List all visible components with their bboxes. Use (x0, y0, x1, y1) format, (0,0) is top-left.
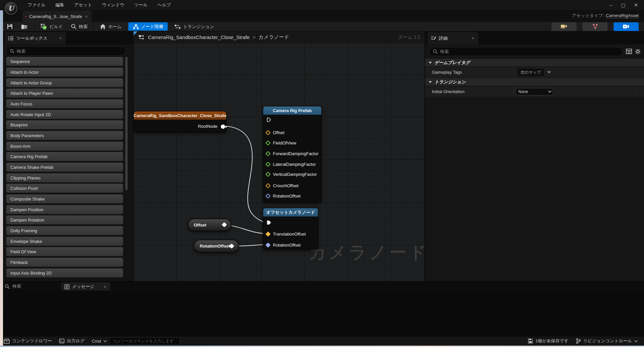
toolbox-tab-close-icon[interactable]: × (59, 36, 63, 41)
menu-file[interactable]: ファイル (23, 1, 50, 9)
exec-pin[interactable] (267, 117, 271, 122)
messages-tab[interactable]: メッセージ × (61, 282, 110, 291)
tool-item[interactable]: Clipping Planes (6, 173, 123, 183)
menu-window[interactable]: ウィンドウ (98, 1, 129, 9)
tool-item[interactable]: Blueprint (6, 120, 123, 129)
pill-label: RotationOffset (194, 244, 230, 249)
desktop-edge-bottom (0, 346, 644, 347)
node-offset-value[interactable]: Offset (188, 219, 231, 231)
pin-row[interactable]: LateralDampingFactor (266, 160, 316, 168)
breadcrumb-current[interactable]: カメラノード (259, 34, 289, 40)
pin-row[interactable]: VerticalDampingFactor (266, 170, 317, 178)
asset-tab[interactable]: CameraRig_S...lose_Strafe × (22, 11, 91, 22)
bottom-tabwell: 検索 メッセージ × (0, 281, 644, 291)
unsaved-indicator[interactable]: 1個が未保存です (524, 338, 572, 344)
tool-item[interactable]: Dolly Framing (6, 226, 123, 235)
transition-button[interactable]: トランジション (170, 22, 218, 31)
pin-row[interactable]: ForwardDampingFactor (266, 149, 319, 157)
home-button[interactable]: ホーム (96, 22, 126, 31)
toolbox-search-input[interactable] (17, 49, 122, 54)
node-offset-camera[interactable]: オフセットカメラノード TranslationOffset RotationOf… (263, 208, 318, 250)
desktop-edge-left (0, 10, 3, 346)
pin-row[interactable]: CrouchOffset (266, 182, 298, 190)
cmd-dropdown[interactable]: Cmd (88, 339, 109, 344)
maximize-button[interactable]: ▢ (621, 2, 625, 8)
gear-icon[interactable] (635, 49, 641, 54)
menu-tools[interactable]: ツール (130, 1, 152, 9)
pin-row[interactable]: FieldOfView (266, 139, 296, 147)
node-camera-rig-root[interactable]: CameraRig_SandboxCharacter_Close_Strafe … (134, 111, 226, 132)
console-command-input[interactable] (113, 339, 177, 343)
content-drawer-button[interactable]: コンテンツドロワー (0, 338, 55, 344)
pin-row[interactable]: RotationOffset (266, 192, 301, 200)
details-tab[interactable]: 詳細 × (428, 32, 478, 44)
details-tab-close-icon[interactable]: × (471, 36, 475, 41)
toolbox-tab[interactable]: ツールボックス × (5, 32, 66, 44)
asset-tab-close-icon[interactable]: × (84, 14, 88, 19)
revision-control-button[interactable]: リビジョンコントロール (572, 338, 644, 344)
node-camera-rig-prefab[interactable]: Camera Rig Prefab Offset FieldOfView For… (263, 106, 322, 203)
node-graph-panel[interactable]: CameraRig_SandboxCharacter_Close_Strafe … (134, 31, 424, 281)
chevron-down-icon (634, 339, 638, 342)
tool-item[interactable]: Dampen Position (6, 205, 123, 214)
console-command-field[interactable] (110, 338, 180, 344)
tool-item[interactable]: Field Of View (6, 247, 123, 256)
tool-item[interactable]: Filmback (6, 258, 123, 267)
output-log-button[interactable]: 出力ログ (55, 338, 88, 344)
wire-rootnode-to-offset-camera (227, 126, 265, 222)
messages-tab-close-icon[interactable]: × (103, 284, 107, 289)
tool-item[interactable]: Input Axis Binding 2D (6, 268, 123, 278)
node-rotationoffset-value[interactable]: RotationOffset (194, 240, 239, 253)
close-window-button[interactable]: ✕ (634, 2, 638, 8)
tool-item[interactable]: Dampen Rotation (6, 215, 123, 225)
output-pin[interactable] (222, 222, 227, 228)
details-search-input[interactable] (440, 49, 619, 54)
menu-edit[interactable]: 編集 (51, 1, 68, 9)
details-search[interactable] (429, 47, 623, 56)
tool-item[interactable]: Sequence (6, 57, 123, 66)
tool-item[interactable]: Auto Focus (6, 99, 123, 108)
asset-type-value[interactable]: CameraRigAsset (606, 13, 639, 18)
run-camera-button[interactable] (614, 22, 639, 31)
tool-item[interactable]: Envelope Shake (6, 237, 123, 246)
tool-item[interactable]: Collision Push (6, 184, 123, 193)
toolbox-search[interactable] (6, 46, 126, 56)
tool-item[interactable]: Camera Rig Prefab (6, 152, 123, 161)
rootnode-output-pin[interactable] (221, 124, 227, 129)
tool-item[interactable]: Camera Shake Prefab (6, 162, 123, 172)
details-tab-label: 詳細 (439, 35, 448, 41)
browse-to-asset-button[interactable] (17, 22, 32, 31)
chevron-down-icon[interactable] (547, 70, 551, 73)
node-hierarchy-button[interactable]: ノード階層 (128, 22, 168, 31)
camera-preview-button[interactable] (551, 22, 577, 31)
graph-breadcrumb: CameraRig_SandboxCharacter_Close_Strafe … (134, 31, 424, 43)
gameplay-tags-value[interactable]: 空のマップ (518, 69, 544, 76)
tool-item[interactable]: Composite Shake (6, 194, 123, 204)
tool-item[interactable]: Body Parameters (6, 131, 123, 140)
pin-row[interactable]: Offset (266, 128, 284, 136)
rootnode-pin-label: RootNode (198, 124, 217, 129)
section-gameplay-tags[interactable]: ゲームプレイタグ (425, 59, 644, 67)
pin-row[interactable]: TranslationOffset (266, 230, 306, 238)
tool-item[interactable]: Attach to Actor Group (6, 78, 123, 87)
tool-item[interactable]: Attach to Actor (6, 67, 123, 77)
exec-pin-connected[interactable] (267, 220, 271, 225)
display-filter-icon[interactable] (626, 49, 632, 54)
rig-tree-button[interactable] (583, 22, 608, 31)
build-button[interactable]: ビルド (36, 22, 67, 31)
bottom-search[interactable]: 検索 (5, 283, 21, 289)
tool-item[interactable]: Boom Arm (6, 141, 123, 151)
toolbox-scrollbar[interactable] (125, 57, 128, 190)
collapse-arrow-icon (429, 62, 432, 64)
tool-item[interactable]: Auto Rotate Input 2D (6, 110, 123, 119)
menu-asset[interactable]: アセット (70, 1, 96, 9)
menu-help[interactable]: ヘルプ (153, 1, 175, 9)
pill-label: Offset (188, 223, 206, 228)
search-button[interactable]: 検索 (67, 22, 92, 31)
minimize-button[interactable]: – (610, 2, 612, 8)
section-transition[interactable]: トランジション (425, 78, 644, 86)
initial-orientation-dropdown[interactable]: None (516, 88, 553, 95)
breadcrumb-root[interactable]: CameraRig_SandboxCharacter_Close_Strafe (148, 34, 250, 40)
tool-item[interactable]: Attach to Player Pawn (6, 88, 123, 98)
pin-row[interactable]: RotationOffset (266, 241, 301, 249)
